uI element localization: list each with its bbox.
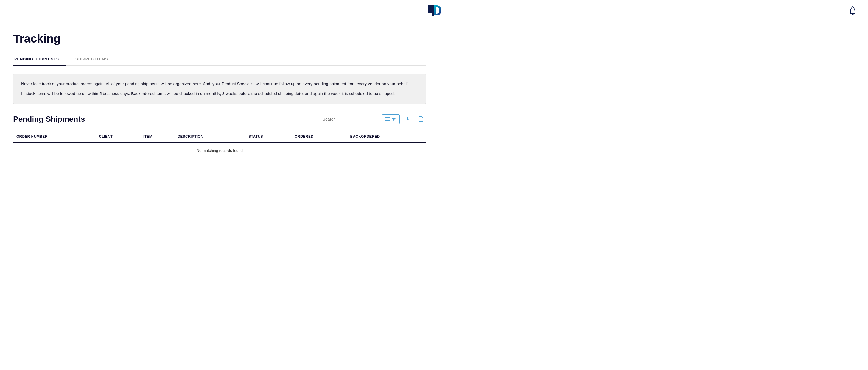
info-box: Never lose track of your product orders …: [13, 74, 426, 104]
bell-icon[interactable]: [848, 6, 857, 17]
svg-rect-12: [419, 121, 423, 122]
list-view-icon: [385, 117, 390, 122]
pending-shipments-table: ORDER NUMBER CLIENT ITEM DESCRIPTION STA…: [13, 130, 426, 158]
download-csv-button[interactable]: [403, 114, 413, 124]
tab-shipped-items[interactable]: SHIPPED ITEMS: [74, 54, 115, 66]
page-title: Tracking: [13, 32, 426, 45]
svg-marker-8: [391, 118, 396, 121]
col-ordered: ORDERED: [291, 130, 347, 143]
svg-rect-9: [406, 121, 410, 121]
svg-rect-5: [385, 117, 390, 118]
info-line-2: In stock items will be followed up on wi…: [21, 90, 418, 97]
svg-rect-7: [385, 120, 390, 121]
col-order-number: ORDER NUMBER: [13, 130, 96, 143]
svg-rect-3: [851, 13, 854, 15]
view-toggle-button[interactable]: [381, 114, 400, 124]
no-records-text: No matching records found: [13, 143, 426, 158]
app-header: [0, 0, 868, 23]
svg-rect-6: [385, 119, 390, 119]
col-client: CLIENT: [96, 130, 140, 143]
logo-icon: [426, 4, 442, 19]
section-title: Pending Shipments: [13, 115, 85, 123]
col-item: ITEM: [140, 130, 174, 143]
main-content: Tracking PENDING SHIPMENTS SHIPPED ITEMS…: [0, 23, 439, 167]
section-controls: [318, 114, 426, 124]
col-status: STATUS: [245, 130, 291, 143]
tab-pending-shipments[interactable]: PENDING SHIPMENTS: [13, 54, 66, 66]
logo: [426, 4, 442, 19]
search-input[interactable]: [318, 114, 378, 124]
table-header-row: ORDER NUMBER CLIENT ITEM DESCRIPTION STA…: [13, 130, 426, 143]
svg-point-4: [852, 6, 853, 7]
chevron-down-icon: [391, 117, 396, 122]
tabs-container: PENDING SHIPMENTS SHIPPED ITEMS: [13, 53, 426, 66]
svg-rect-11: [419, 116, 420, 122]
no-records-row: No matching records found: [13, 143, 426, 158]
section-header: Pending Shipments: [13, 114, 426, 124]
col-description: DESCRIPTION: [174, 130, 245, 143]
download-pdf-button[interactable]: [416, 114, 426, 124]
info-line-1: Never lose track of your product orders …: [21, 81, 418, 87]
col-backordered: BACKORDERED: [347, 130, 426, 143]
svg-rect-2: [432, 5, 434, 17]
search-container: [318, 114, 378, 124]
